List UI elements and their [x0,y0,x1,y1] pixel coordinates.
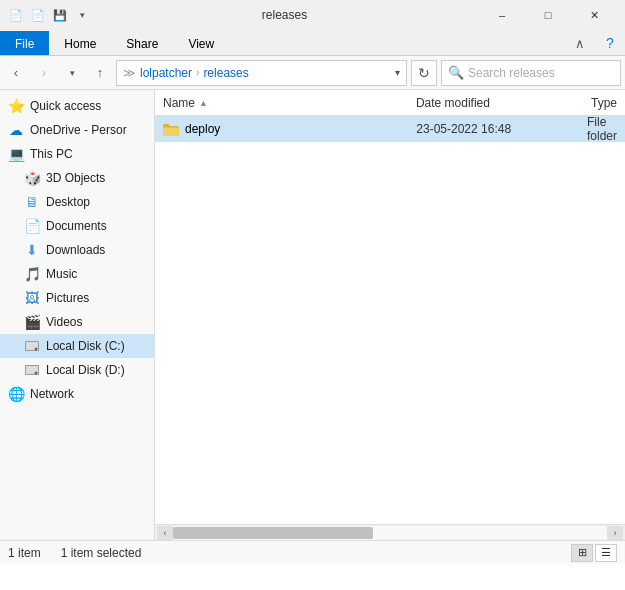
grid-view-button[interactable]: ⊞ [571,544,593,562]
sidebar-label-this-pc: This PC [30,147,73,161]
column-type-header[interactable]: Type [591,96,617,110]
address-box[interactable]: ≫ lolpatcher › releases ▾ [116,60,407,86]
selected-count: 1 item selected [61,546,142,560]
file-icon-1: 📄 [8,7,24,23]
sidebar-item-network[interactable]: 🌐 Network [0,382,154,406]
3d-objects-icon: 🎲 [24,170,40,186]
up-button[interactable]: ↑ [88,61,112,85]
tab-home[interactable]: Home [49,31,111,55]
sidebar-label-3d-objects: 3D Objects [46,171,105,185]
folder-icon [163,121,179,137]
column-name-label: Name [163,96,195,110]
content-area: Name ▲ Date modified Type deploy 23-05-2… [155,90,625,540]
svg-point-5 [35,372,38,375]
sidebar-item-onedrive[interactable]: ☁ OneDrive - Persor [0,118,154,142]
list-view-button[interactable]: ☰ [595,544,617,562]
sidebar-item-3d-objects[interactable]: 🎲 3D Objects [0,166,154,190]
sidebar-item-desktop[interactable]: 🖥 Desktop [0,190,154,214]
svg-point-2 [35,348,38,351]
sidebar-label-pictures: Pictures [46,291,89,305]
this-pc-icon: 💻 [8,146,24,162]
dropdown-arrow-icon[interactable]: ▾ [74,7,90,23]
ribbon-tabs: File Home Share View ∧ ? [0,30,625,56]
sidebar-item-this-pc[interactable]: 💻 This PC [0,142,154,166]
scroll-left-button[interactable]: ‹ [157,526,173,540]
sidebar-label-downloads: Downloads [46,243,105,257]
search-icon: 🔍 [448,65,464,80]
documents-icon: 📄 [24,218,40,234]
pictures-icon: 🖼 [24,290,40,306]
breadcrumb-lolpatcher[interactable]: lolpatcher [140,66,192,80]
view-controls: ⊞ ☰ [571,544,617,562]
item-count: 1 item [8,546,41,560]
tab-file[interactable]: File [0,31,49,55]
address-bar: ‹ › ▾ ↑ ≫ lolpatcher › releases ▾ ↻ 🔍 Se… [0,56,625,90]
sidebar-label-local-c: Local Disk (C:) [46,339,125,353]
forward-button[interactable]: › [32,61,56,85]
sidebar-item-local-d[interactable]: Local Disk (D:) [0,358,154,382]
file-date-deploy: 23-05-2022 16:48 [416,122,587,136]
search-box[interactable]: 🔍 Search releases [441,60,621,86]
table-row[interactable]: deploy 23-05-2022 16:48 File folder [155,116,625,142]
sidebar-item-videos[interactable]: 🎬 Videos [0,310,154,334]
refresh-button[interactable]: ↻ [411,60,437,86]
search-placeholder: Search releases [468,66,555,80]
music-icon: 🎵 [24,266,40,282]
quick-access-icon: ⭐ [8,98,24,114]
file-type-deploy: File folder [587,116,617,143]
downloads-icon: ⬇ [24,242,40,258]
close-button[interactable]: ✕ [571,0,617,30]
sidebar-item-pictures[interactable]: 🖼 Pictures [0,286,154,310]
column-headers: Name ▲ Date modified Type [155,90,625,116]
window-controls: – □ ✕ [479,0,617,30]
horizontal-scrollbar[interactable]: ‹ › [155,524,625,540]
maximize-button[interactable]: □ [525,0,571,30]
sidebar-label-documents: Documents [46,219,107,233]
sidebar-item-downloads[interactable]: ⬇ Downloads [0,238,154,262]
sidebar-label-desktop: Desktop [46,195,90,209]
sidebar-item-local-c[interactable]: Local Disk (C:) [0,334,154,358]
column-date-header[interactable]: Date modified [416,96,591,110]
scroll-thumb[interactable] [173,527,373,539]
minimize-button[interactable]: – [479,0,525,30]
file-icon-2: 📄 [30,7,46,23]
tab-share[interactable]: Share [111,31,173,55]
ribbon-expand-button[interactable]: ∧ [565,31,595,55]
network-icon: 🌐 [8,386,24,402]
scroll-track[interactable] [173,526,607,540]
status-bar: 1 item 1 item selected ⊞ ☰ [0,540,625,564]
sidebar-label-quick-access: Quick access [30,99,101,113]
sidebar-label-network: Network [30,387,74,401]
sidebar-label-local-d: Local Disk (D:) [46,363,125,377]
dropdown-nav-button[interactable]: ▾ [60,61,84,85]
help-button[interactable]: ? [595,31,625,55]
file-list: deploy 23-05-2022 16:48 File folder [155,116,625,524]
address-dropdown-button[interactable]: ▾ [384,67,400,78]
address-history-icon: ≫ [123,66,136,80]
scroll-right-button[interactable]: › [607,526,623,540]
local-d-icon [24,362,40,378]
sidebar-item-documents[interactable]: 📄 Documents [0,214,154,238]
sidebar-item-quick-access[interactable]: ⭐ Quick access [0,94,154,118]
tab-view[interactable]: View [173,31,229,55]
onedrive-icon: ☁ [8,122,24,138]
title-bar: 📄 📄 💾 ▾ releases – □ ✕ [0,0,625,30]
window-title: releases [94,8,475,22]
desktop-icon: 🖥 [24,194,40,210]
sort-arrow-icon: ▲ [199,98,208,108]
column-name-header[interactable]: Name ▲ [163,96,416,110]
main-layout: ⭐ Quick access ☁ OneDrive - Persor 💻 Thi… [0,90,625,540]
sidebar-label-videos: Videos [46,315,82,329]
breadcrumb-releases[interactable]: releases [203,66,248,80]
file-name-deploy: deploy [185,122,416,136]
title-bar-icons: 📄 📄 💾 ▾ [8,7,90,23]
sidebar-label-onedrive: OneDrive - Persor [30,123,127,137]
back-button[interactable]: ‹ [4,61,28,85]
local-c-icon [24,338,40,354]
save-icon: 💾 [52,7,68,23]
sidebar-item-music[interactable]: 🎵 Music [0,262,154,286]
breadcrumb-separator: › [196,67,199,78]
videos-icon: 🎬 [24,314,40,330]
sidebar-label-music: Music [46,267,77,281]
sidebar: ⭐ Quick access ☁ OneDrive - Persor 💻 Thi… [0,90,155,540]
